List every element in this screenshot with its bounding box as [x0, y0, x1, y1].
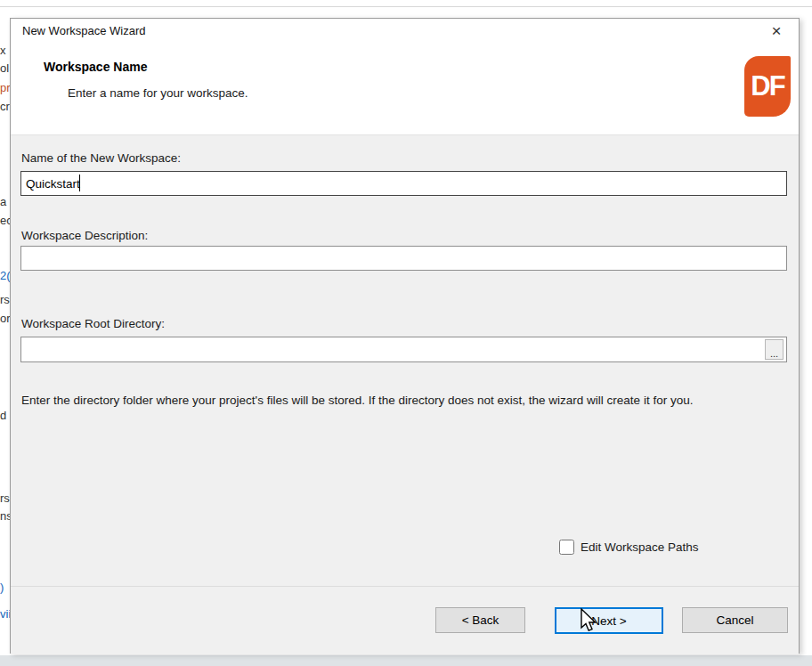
- background-text-fragment: a: [0, 196, 6, 208]
- edit-workspace-paths-checkbox[interactable]: [559, 540, 574, 555]
- background-window-edge: [0, 6, 812, 7]
- text-caret: [79, 175, 80, 191]
- edit-workspace-paths-label: Edit Workspace Paths: [581, 540, 699, 554]
- background-text-fragment: 2(: [0, 270, 11, 282]
- background-text-fragment: ): [0, 581, 4, 594]
- dialog-title: New Workspace Wizard: [22, 24, 145, 37]
- background-text-fragment: rs: [0, 492, 10, 505]
- name-field-label: Name of the New Workspace:: [21, 151, 181, 165]
- description-field: [20, 246, 787, 271]
- cancel-button[interactable]: Cancel: [682, 607, 788, 633]
- background-text-fragment: or: [0, 313, 11, 325]
- background-text-fragment: rs: [0, 294, 10, 306]
- screen: xolprcraec2(rsordrsns)vii New Workspace …: [0, 0, 812, 666]
- edit-workspace-paths-row: Edit Workspace Paths: [559, 540, 699, 555]
- dialog-titlebar[interactable]: New Workspace Wizard ×: [11, 19, 799, 44]
- page-title: Workspace Name: [44, 60, 147, 74]
- directory-help-text: Enter the directory folder where your pr…: [21, 391, 776, 410]
- background-text-fragment: pr: [0, 82, 11, 94]
- back-button[interactable]: < Back: [435, 607, 525, 633]
- name-field: [20, 171, 787, 196]
- close-icon[interactable]: ×: [767, 21, 786, 41]
- root-directory-input[interactable]: [20, 337, 787, 362]
- button-area-separator: [11, 586, 799, 587]
- background-text-fragment: ol: [0, 62, 9, 75]
- next-button[interactable]: Next >: [555, 607, 663, 634]
- mouse-cursor-icon: [580, 608, 599, 635]
- background-text-fragment: d: [0, 410, 6, 422]
- new-workspace-wizard-dialog: New Workspace Wizard × Workspace Name En…: [10, 18, 800, 654]
- background-taskbar-band: [0, 655, 812, 666]
- page-subtitle: Enter a name for your workspace.: [68, 86, 248, 100]
- description-input[interactable]: [20, 246, 787, 271]
- root-directory-field-label: Workspace Root Directory:: [21, 317, 165, 330]
- background-text-fragment: x: [0, 45, 6, 57]
- root-directory-field: ...: [20, 337, 787, 362]
- description-field-label: Workspace Description:: [21, 229, 148, 242]
- name-input[interactable]: [20, 171, 787, 196]
- background-text-fragment: cr: [0, 101, 10, 113]
- dataflex-logo: DF: [744, 56, 791, 117]
- browse-button[interactable]: ...: [765, 339, 784, 360]
